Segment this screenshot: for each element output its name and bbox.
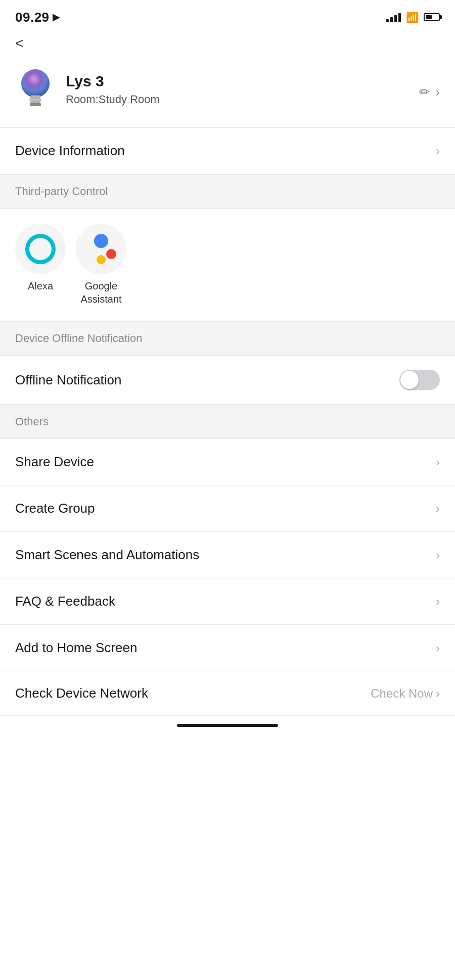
smart-scenes-item[interactable]: Smart Scenes and Automations › bbox=[0, 532, 455, 578]
check-device-network-item[interactable]: Check Device Network Check Now › bbox=[0, 671, 455, 716]
add-home-screen-label: Add to Home Screen bbox=[15, 640, 137, 656]
svg-rect-4 bbox=[30, 103, 41, 106]
header-actions: ✏ › bbox=[419, 84, 440, 100]
create-group-item[interactable]: Create Group › bbox=[0, 485, 455, 532]
device-information-chevron: › bbox=[436, 144, 440, 158]
google-assistant-label: GoogleAssistant bbox=[80, 279, 121, 306]
time-display: 09.29 bbox=[15, 10, 50, 25]
google-assistant-icon-container bbox=[76, 224, 126, 274]
battery-icon bbox=[424, 13, 440, 21]
others-section-header: Others bbox=[0, 405, 455, 439]
status-time: 09.29 ▶ bbox=[15, 10, 60, 25]
alexa-ring-icon bbox=[25, 234, 56, 264]
back-chevron-icon[interactable]: < bbox=[15, 35, 23, 52]
device-name: Lys 3 bbox=[66, 73, 440, 90]
home-indicator bbox=[0, 716, 455, 732]
offline-notification-section-header: Device Offline Notification bbox=[0, 321, 455, 356]
svg-rect-3 bbox=[30, 101, 40, 103]
add-home-screen-item[interactable]: Add to Home Screen › bbox=[0, 625, 455, 671]
google-assistant-item[interactable]: GoogleAssistant bbox=[76, 224, 126, 306]
others-header-text: Others bbox=[15, 415, 49, 428]
faq-feedback-label: FAQ & Feedback bbox=[15, 594, 115, 609]
status-bar: 09.29 ▶ 📶 bbox=[0, 0, 455, 30]
check-device-network-label: Check Device Network bbox=[15, 685, 148, 701]
forward-icon[interactable]: › bbox=[435, 84, 440, 100]
share-device-label: Share Device bbox=[15, 454, 94, 470]
offline-notification-header-text: Device Offline Notification bbox=[15, 332, 143, 345]
google-dot-blue bbox=[94, 234, 108, 248]
create-group-chevron: › bbox=[436, 502, 440, 516]
share-device-item[interactable]: Share Device › bbox=[0, 439, 455, 485]
back-button[interactable]: < bbox=[0, 30, 455, 57]
device-icon bbox=[15, 67, 56, 112]
device-info: Lys 3 Room:Study Room bbox=[66, 73, 440, 106]
device-header: Lys 3 Room:Study Room ✏ › bbox=[0, 57, 455, 128]
battery-fill bbox=[426, 15, 432, 19]
svg-rect-1 bbox=[30, 95, 40, 99]
location-icon: ▶ bbox=[53, 12, 60, 23]
offline-notification-item: Offline Notification bbox=[0, 356, 455, 405]
alexa-item[interactable]: Alexa bbox=[15, 224, 66, 306]
google-dot-red bbox=[106, 249, 116, 259]
bulb-icon bbox=[19, 69, 52, 110]
check-now-right: Check Now › bbox=[371, 687, 440, 701]
google-assistant-icon bbox=[86, 234, 116, 264]
smart-scenes-chevron: › bbox=[436, 548, 440, 562]
toggle-knob bbox=[400, 371, 419, 389]
third-party-section-header: Third-party Control bbox=[0, 174, 455, 209]
smart-scenes-label: Smart Scenes and Automations bbox=[15, 547, 199, 563]
share-device-chevron: › bbox=[436, 455, 440, 469]
alexa-label: Alexa bbox=[28, 279, 53, 292]
device-information-item[interactable]: Device Information › bbox=[0, 128, 455, 174]
offline-notification-toggle[interactable] bbox=[399, 370, 440, 390]
third-party-controls: Alexa GoogleAssistant bbox=[0, 209, 455, 321]
check-now-label[interactable]: Check Now bbox=[371, 687, 433, 701]
svg-rect-2 bbox=[29, 99, 41, 101]
third-party-header-text: Third-party Control bbox=[15, 185, 108, 198]
wifi-icon: 📶 bbox=[406, 11, 419, 23]
offline-notification-label: Offline Notification bbox=[15, 372, 122, 388]
alexa-icon-container bbox=[15, 224, 66, 274]
add-home-screen-chevron: › bbox=[436, 641, 440, 655]
device-room: Room:Study Room bbox=[66, 93, 440, 106]
svg-point-0 bbox=[21, 69, 50, 97]
edit-icon[interactable]: ✏ bbox=[419, 84, 430, 100]
device-information-label: Device Information bbox=[15, 143, 125, 159]
faq-feedback-item[interactable]: FAQ & Feedback › bbox=[0, 578, 455, 625]
home-bar bbox=[177, 724, 278, 727]
google-dot-yellow bbox=[97, 255, 106, 264]
status-icons: 📶 bbox=[386, 11, 440, 23]
faq-feedback-chevron: › bbox=[436, 595, 440, 609]
check-now-chevron: › bbox=[436, 687, 440, 701]
create-group-label: Create Group bbox=[15, 501, 95, 516]
signal-bars bbox=[386, 12, 401, 22]
